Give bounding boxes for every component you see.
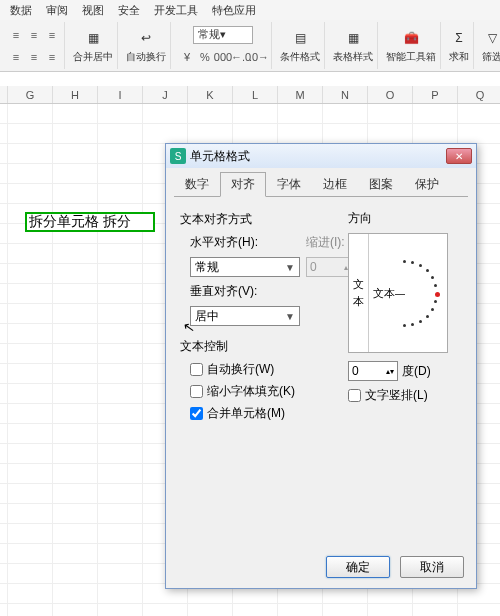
orient-dot[interactable] xyxy=(411,261,414,264)
grid-cell[interactable] xyxy=(458,104,500,123)
grid-cell[interactable] xyxy=(8,384,53,403)
menu-item[interactable]: 特色应用 xyxy=(212,3,256,18)
close-button[interactable]: ✕ xyxy=(446,148,472,164)
grid-cell[interactable] xyxy=(98,144,143,163)
grid-cell[interactable] xyxy=(0,344,8,363)
vertical-text-checkbox[interactable]: 文字竖排(L) xyxy=(348,387,458,404)
grid-cell[interactable] xyxy=(0,544,8,563)
grid-cell[interactable] xyxy=(98,124,143,143)
grid-cell[interactable] xyxy=(98,604,143,616)
ok-button[interactable]: 确定 xyxy=(326,556,390,578)
col-corner[interactable] xyxy=(0,86,8,103)
grid-cell[interactable] xyxy=(98,284,143,303)
merge-checkbox-input[interactable] xyxy=(190,407,203,420)
numfmt-select[interactable]: 常规▾ xyxy=(193,26,253,44)
grid-cell[interactable] xyxy=(0,424,8,443)
grid-cell[interactable] xyxy=(53,284,98,303)
grid-cell[interactable] xyxy=(53,424,98,443)
dec-dec-icon[interactable]: .0→ xyxy=(251,49,267,65)
condfmt-group[interactable]: ▤ 条件格式 xyxy=(276,22,325,69)
cancel-button[interactable]: 取消 xyxy=(400,556,464,578)
grid-cell[interactable] xyxy=(98,304,143,323)
grid-cell[interactable] xyxy=(0,224,8,243)
menu-item[interactable]: 审阅 xyxy=(46,3,68,18)
grid-cell[interactable] xyxy=(98,544,143,563)
currency-icon[interactable]: ¥ xyxy=(179,49,195,65)
grid-cell[interactable] xyxy=(0,324,8,343)
grid-cell[interactable] xyxy=(8,544,53,563)
tablestyle-group[interactable]: ▦ 表格样式 xyxy=(329,22,378,69)
grid-cell[interactable] xyxy=(53,604,98,616)
grid-cell[interactable] xyxy=(98,424,143,443)
grid-cell[interactable] xyxy=(278,124,323,143)
grid-cell[interactable] xyxy=(0,144,8,163)
align-left-icon[interactable]: ≡ xyxy=(8,27,24,43)
menu-item[interactable]: 安全 xyxy=(118,3,140,18)
orient-dot[interactable] xyxy=(411,323,414,326)
grid-cell[interactable] xyxy=(188,104,233,123)
col-header[interactable]: O xyxy=(368,86,413,103)
grid-cell[interactable] xyxy=(368,604,413,616)
tab-number[interactable]: 数字 xyxy=(174,172,220,197)
grid-cell[interactable] xyxy=(53,324,98,343)
grid-cell[interactable] xyxy=(0,444,8,463)
col-header[interactable]: G xyxy=(8,86,53,103)
orient-dot[interactable] xyxy=(426,269,429,272)
grid-row[interactable] xyxy=(0,604,500,616)
col-header[interactable]: L xyxy=(233,86,278,103)
grid-cell[interactable] xyxy=(98,104,143,123)
tab-pattern[interactable]: 图案 xyxy=(358,172,404,197)
grid-cell[interactable] xyxy=(98,184,143,203)
grid-cell[interactable] xyxy=(98,584,143,603)
align-btm-icon[interactable]: ≡ xyxy=(8,49,24,65)
grid-cell[interactable] xyxy=(8,444,53,463)
vertical-text-button[interactable]: 文 本 xyxy=(349,234,369,352)
grid-cell[interactable] xyxy=(0,504,8,523)
orient-dot[interactable] xyxy=(419,320,422,323)
grid-cell[interactable] xyxy=(323,604,368,616)
grid-cell[interactable] xyxy=(8,244,53,263)
grid-cell[interactable] xyxy=(53,484,98,503)
dec-inc-icon[interactable]: ←.0 xyxy=(233,49,249,65)
grid-cell[interactable] xyxy=(98,464,143,483)
grid-cell[interactable] xyxy=(53,384,98,403)
col-header[interactable]: M xyxy=(278,86,323,103)
grid-cell[interactable] xyxy=(8,604,53,616)
grid-cell[interactable] xyxy=(8,184,53,203)
grid-cell[interactable] xyxy=(0,604,8,616)
grid-cell[interactable] xyxy=(98,504,143,523)
grid-cell[interactable] xyxy=(98,364,143,383)
grid-cell[interactable] xyxy=(143,124,188,143)
grid-cell[interactable] xyxy=(98,384,143,403)
grid-cell[interactable] xyxy=(53,364,98,383)
orient-dot[interactable] xyxy=(403,324,406,327)
orientation-selector[interactable]: 文 本 文本 — xyxy=(348,233,448,353)
grid-cell[interactable] xyxy=(278,604,323,616)
halign-combo[interactable]: 常规▼ xyxy=(190,257,300,277)
grid-cell[interactable] xyxy=(323,124,368,143)
tab-font[interactable]: 字体 xyxy=(266,172,312,197)
grid-cell[interactable] xyxy=(98,444,143,463)
grid-cell[interactable] xyxy=(8,484,53,503)
grid-row[interactable] xyxy=(0,104,500,124)
wrap-group[interactable]: ↩ 自动换行 xyxy=(122,22,171,69)
shrink-checkbox-input[interactable] xyxy=(190,385,203,398)
grid-cell[interactable] xyxy=(278,104,323,123)
grid-cell[interactable] xyxy=(98,404,143,423)
grid-row[interactable] xyxy=(0,124,500,144)
grid-cell[interactable] xyxy=(233,124,278,143)
grid-cell[interactable] xyxy=(0,384,8,403)
grid-cell[interactable] xyxy=(8,404,53,423)
grid-cell[interactable] xyxy=(413,604,458,616)
col-header[interactable]: I xyxy=(98,86,143,103)
orient-dot[interactable] xyxy=(431,308,434,311)
grid-cell[interactable] xyxy=(98,344,143,363)
grid-cell[interactable] xyxy=(53,504,98,523)
grid-cell[interactable] xyxy=(98,484,143,503)
col-header[interactable]: Q xyxy=(458,86,500,103)
col-header[interactable]: H xyxy=(53,86,98,103)
grid-cell[interactable] xyxy=(0,584,8,603)
dialog-titlebar[interactable]: S 单元格格式 ✕ xyxy=(166,144,476,168)
grid-cell[interactable] xyxy=(413,124,458,143)
grid-cell[interactable] xyxy=(0,204,8,223)
